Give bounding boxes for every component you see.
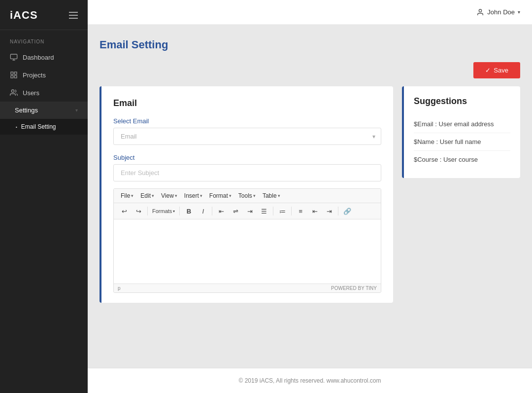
menu-insert[interactable]: Insert ▾: [181, 191, 205, 201]
file-arrow-icon: ▾: [131, 193, 133, 198]
suggestions-title: Suggestions: [414, 96, 510, 107]
editor-container: File ▾ Edit ▾ View ▾ Insert: [113, 188, 381, 293]
sidebar-item-dashboard[interactable]: Dashboard: [0, 48, 88, 66]
topbar: John Doe ▾: [88, 0, 532, 25]
svg-rect-5: [11, 75, 13, 78]
link-button[interactable]: 🔗: [341, 205, 354, 217]
format-arrow-icon: ▾: [229, 193, 232, 198]
panels: Email Select Email Email ▾ Subject File: [100, 86, 520, 303]
sidebar-item-projects-label: Projects: [23, 71, 46, 79]
save-button[interactable]: ✓ Save: [473, 62, 520, 78]
sidebar-subitem-email-setting-label: Email Setting: [21, 123, 56, 130]
sidebar-logo: iACS: [0, 0, 88, 30]
outdent-button[interactable]: ⇤: [308, 205, 321, 217]
subject-label: Subject: [113, 154, 381, 161]
user-menu[interactable]: John Doe ▾: [476, 8, 520, 16]
sidebar-item-users-label: Users: [23, 89, 39, 97]
statusbar-powered-by: POWERED BY TINY: [331, 286, 377, 291]
toolbar-sep-2: [179, 207, 180, 215]
menu-table[interactable]: Table ▾: [260, 191, 283, 201]
align-right-button[interactable]: ⇥: [243, 205, 256, 217]
svg-point-9: [479, 9, 482, 12]
settings-chevron-icon: ▾: [75, 107, 78, 113]
footer: © 2019 iACS, All rights reserved. www.ah…: [88, 368, 532, 393]
sidebar-subitem-email-setting[interactable]: Email Setting: [0, 119, 88, 135]
svg-rect-3: [11, 72, 13, 74]
menu-tools[interactable]: Tools ▾: [235, 191, 259, 201]
footer-text: © 2019 iACS, All rights reserved. www.ah…: [239, 377, 381, 384]
menu-format[interactable]: Format ▾: [206, 191, 234, 201]
sidebar-item-settings-label: Settings: [15, 107, 38, 114]
toolbar-sep-3: [212, 207, 212, 215]
subject-input[interactable]: [113, 164, 381, 181]
user-icon: [476, 8, 484, 16]
bold-button[interactable]: B: [182, 205, 195, 217]
toolbar-sep-5: [291, 207, 292, 215]
nav-label: NAVIGATION: [0, 30, 88, 48]
sidebar-item-settings[interactable]: Settings ▾: [0, 102, 88, 119]
hamburger-icon[interactable]: [69, 12, 78, 19]
user-chevron-icon: ▾: [518, 9, 520, 15]
bullet-list-button[interactable]: ≔: [276, 205, 289, 217]
italic-button[interactable]: I: [197, 205, 209, 217]
toolbar-sep-6: [338, 207, 338, 215]
main-content: John Doe ▾ Email Setting ✓ Save Email Se…: [88, 0, 532, 393]
align-justify-button[interactable]: ☰: [258, 205, 270, 217]
editor-toolbar: ↩ ↪ Formats ▾ B I ⇤ ⇌ ⇥: [114, 203, 381, 219]
indent-button[interactable]: ⇥: [323, 205, 335, 217]
suggestion-item-name: $Name : User full name: [414, 133, 510, 151]
editor-statusbar: p POWERED BY TINY: [114, 284, 381, 292]
toolbar-row: ✓ Save: [100, 62, 520, 78]
email-select[interactable]: Email: [113, 128, 381, 145]
sidebar-item-dashboard-label: Dashboard: [23, 54, 54, 61]
users-icon: [10, 89, 18, 97]
user-name: John Doe: [487, 8, 515, 16]
view-arrow-icon: ▾: [175, 193, 177, 198]
email-panel-title: Email: [113, 98, 381, 108]
edit-arrow-icon: ▾: [152, 193, 154, 198]
undo-button[interactable]: ↩: [118, 205, 131, 217]
save-label: Save: [494, 67, 508, 74]
tools-arrow-icon: ▾: [253, 193, 256, 198]
redo-button[interactable]: ↪: [132, 205, 145, 217]
menu-view[interactable]: View ▾: [158, 191, 180, 201]
menu-edit[interactable]: Edit ▾: [137, 191, 157, 201]
formats-arrow-icon: ▾: [173, 209, 175, 214]
table-arrow-icon: ▾: [278, 193, 280, 198]
sidebar-item-users[interactable]: Users: [0, 84, 88, 102]
logo-text: iACS: [10, 9, 38, 22]
suggestions-panel: Suggestions $Email : User email address …: [402, 86, 520, 178]
numbered-list-button[interactable]: ≡: [294, 205, 307, 217]
svg-rect-6: [14, 75, 17, 78]
align-center-button[interactable]: ⇌: [229, 205, 242, 217]
statusbar-path: p: [118, 286, 121, 291]
formats-dropdown[interactable]: Formats ▾: [150, 207, 177, 215]
sidebar: iACS NAVIGATION Dashboard Projects Users…: [0, 0, 88, 393]
email-panel: Email Select Email Email ▾ Subject File: [100, 86, 393, 303]
editor-menubar: File ▾ Edit ▾ View ▾ Insert: [114, 189, 381, 203]
editor-body[interactable]: [114, 219, 381, 284]
toolbar-sep-1: [147, 207, 148, 215]
sidebar-item-projects[interactable]: Projects: [0, 66, 88, 84]
grid-icon: [10, 71, 18, 79]
align-left-button[interactable]: ⇤: [215, 205, 228, 217]
toolbar-sep-4: [273, 207, 273, 215]
svg-rect-4: [14, 72, 17, 74]
content-area: Email Setting ✓ Save Email Select Email …: [88, 25, 532, 356]
monitor-icon: [10, 53, 18, 61]
suggestion-item-email: $Email : User email address: [414, 115, 510, 133]
email-select-wrapper: Email ▾: [113, 128, 381, 145]
save-checkmark-icon: ✓: [485, 67, 491, 74]
svg-point-7: [11, 90, 14, 92]
svg-rect-0: [10, 54, 17, 59]
suggestion-item-course: $Course : User course: [414, 151, 510, 168]
insert-arrow-icon: ▾: [200, 193, 202, 198]
select-email-label: Select Email: [113, 117, 381, 125]
page-title: Email Setting: [100, 38, 520, 51]
menu-file[interactable]: File ▾: [118, 191, 136, 201]
